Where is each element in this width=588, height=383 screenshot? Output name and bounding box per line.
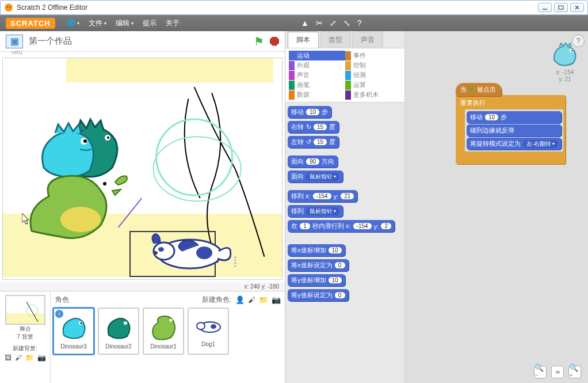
zoom-in-button[interactable]: 🔍⁺	[568, 366, 581, 378]
block-forever[interactable]: 重复执行 移动10步 碰到边缘就反弹 将旋转模式设定为左-右翻转	[456, 95, 566, 164]
menu-bar: SCRATCH 🌐▾ 文件▾ 编辑▾ 提示 关于 ▲ ✂ ⤢ ⤡ ?	[0, 15, 588, 31]
scissors-icon[interactable]: ✂	[316, 18, 323, 28]
tab-bar: 脚本 造型 声音	[285, 31, 404, 48]
sprite-thumb-dinosaur3[interactable]: i Dinosaur3	[53, 308, 94, 355]
zoom-out-button[interactable]: 🔍⁻	[534, 366, 547, 378]
block-change-y[interactable]: 将y坐标增加10	[288, 274, 345, 286]
sprite-list: i Dinosaur3 Dinosaur2 Dinosaur1 Do	[53, 308, 282, 355]
sprite-x-label: x: -154	[551, 69, 579, 76]
cat-pen[interactable]: 画笔	[289, 80, 345, 90]
block-set-x[interactable]: 将x坐标设定为0	[288, 259, 349, 271]
upload-sprite-icon[interactable]: 📁	[259, 295, 268, 304]
block-rotstyle-inscript[interactable]: 将旋转模式设定为左-右翻转	[467, 138, 562, 150]
menu-edit[interactable]: 编辑▾	[116, 18, 133, 28]
project-name[interactable]: 第一个作品	[29, 36, 248, 47]
svg-point-2	[9, 6, 10, 7]
backdrop-from-library-icon[interactable]: 🖼	[5, 354, 12, 362]
grow-icon[interactable]: ⤢	[330, 18, 337, 28]
block-change-x[interactable]: 将x坐标增加10	[288, 244, 345, 256]
block-turn-cw[interactable]: 右转↻15度	[288, 121, 339, 133]
sprites-label: 角色	[55, 295, 69, 305]
paint-sprite-icon[interactable]: 🖌	[248, 295, 255, 304]
block-move-steps-inscript[interactable]: 移动10步	[467, 111, 562, 123]
cat-data[interactable]: 数据	[289, 90, 345, 100]
scripts-area[interactable]: ? x: -154 y: 21 当⚑被点击 重复执行 移动10步 碰到边缘就反弹…	[405, 31, 588, 383]
cat-control[interactable]: 控制	[345, 60, 402, 70]
new-backdrop-label: 新建背景:	[13, 344, 37, 352]
cat-looks[interactable]: 外观	[289, 60, 345, 70]
new-sprite-label: 新建角色:	[202, 295, 231, 305]
svg-point-30	[211, 324, 216, 329]
cat-events[interactable]: 事件	[345, 51, 402, 60]
block-move-steps[interactable]: 移动10步	[288, 106, 331, 118]
scratch-cat-icon	[4, 3, 13, 12]
sprite-dog1-stage[interactable]	[144, 231, 236, 277]
block-goto[interactable]: 移到鼠标指针	[288, 205, 343, 217]
zoom-reset-button[interactable]: ＝	[551, 366, 564, 378]
stamp-icon[interactable]: ▲	[301, 18, 309, 28]
globe-icon[interactable]: 🌐▾	[67, 19, 79, 27]
svg-point-19	[158, 247, 164, 252]
tab-costumes[interactable]: 造型	[320, 32, 351, 48]
svg-point-14	[60, 207, 101, 232]
script-stack[interactable]: 当⚑被点击 重复执行 移动10步 碰到边缘就反弹 将旋转模式设定为左-右翻转	[456, 83, 566, 164]
stage-mini-coord: v401	[0, 50, 285, 55]
block-set-y[interactable]: 将y坐标设定为0	[288, 289, 349, 301]
camera-sprite-icon[interactable]: 📷	[272, 295, 281, 304]
sprite-from-library-icon[interactable]: 👤	[235, 295, 245, 304]
tab-sounds[interactable]: 声音	[352, 32, 383, 48]
sprite-thumb-dog1[interactable]: Dog1	[188, 308, 229, 355]
help-icon[interactable]: ?	[357, 18, 362, 28]
window-title: Scratch 2 Offline Editor	[17, 3, 538, 12]
sprite-info-icon[interactable]: i	[55, 310, 63, 318]
menu-file[interactable]: 文件▾	[89, 18, 106, 28]
camera-backdrop-icon[interactable]: 📷	[37, 354, 46, 362]
stage-thumbnail[interactable]	[5, 295, 45, 325]
maximize-button[interactable]	[554, 3, 568, 12]
svg-point-1	[7, 6, 8, 7]
block-when-flag-clicked[interactable]: 当⚑被点击	[456, 83, 502, 96]
tab-scripts[interactable]: 脚本	[288, 32, 319, 48]
menu-tips[interactable]: 提示	[143, 18, 156, 28]
shrink-icon[interactable]: ⤡	[343, 18, 350, 28]
green-flag-button[interactable]: ⚑	[254, 35, 264, 48]
sprite-y-label: y: 21	[551, 76, 579, 83]
upload-backdrop-icon[interactable]: 📁	[25, 354, 34, 362]
block-point-dir[interactable]: 面向90方向	[288, 156, 338, 168]
stage-header: ▣ 第一个作品 ⚑	[0, 31, 285, 52]
block-point-towards[interactable]: 面向鼠标指针	[288, 170, 343, 183]
svg-point-29	[197, 323, 205, 329]
close-button[interactable]	[570, 3, 584, 12]
block-glide[interactable]: 在1秒内滑行到 x:-154y:2	[288, 220, 395, 232]
menu-about[interactable]: 关于	[166, 18, 180, 28]
block-goto-xy[interactable]: 移到 x:-154y:21	[288, 190, 357, 202]
stage-mouse-coords: x: 240 y: -180	[0, 282, 285, 291]
cat-more[interactable]: 更多积木	[345, 90, 402, 100]
block-bounce-inscript[interactable]: 碰到边缘就反弹	[467, 124, 562, 136]
stop-button[interactable]	[270, 37, 279, 46]
stage-canvas[interactable]	[2, 58, 282, 280]
scratch-logo[interactable]: SCRATCH	[6, 18, 55, 29]
svg-rect-4	[559, 6, 563, 9]
cat-operators[interactable]: 运算	[345, 80, 402, 90]
svg-point-27	[170, 318, 173, 321]
minimize-button[interactable]	[538, 3, 552, 12]
sprite-mini-icon	[551, 43, 579, 67]
svg-point-20	[153, 251, 158, 255]
svg-point-11	[107, 136, 109, 139]
sprite-info-header: x: -154 y: 21	[551, 43, 579, 83]
block-turn-ccw[interactable]: 左转↺15度	[288, 136, 339, 148]
paint-backdrop-icon[interactable]: 🖌	[15, 354, 22, 362]
sprite-dinosaur1-stage[interactable]	[26, 168, 135, 254]
tool-icons: ▲ ✂ ⤢ ⤡ ?	[301, 18, 362, 28]
cat-sensing[interactable]: 侦测	[345, 70, 402, 80]
cat-sound[interactable]: 声音	[289, 70, 345, 80]
svg-point-16	[103, 182, 106, 185]
sprite-thumb-dinosaur2[interactable]: Dinosaur2	[98, 308, 139, 355]
stage-selector[interactable]: 舞台 7 背景 新建背景: 🖼 🖌 📁 📷	[0, 291, 51, 383]
svg-point-26	[124, 321, 127, 325]
sprite-thumb-dinosaur1[interactable]: Dinosaur1	[143, 308, 184, 355]
fullscreen-button[interactable]: ▣	[6, 35, 23, 48]
cat-motion[interactable]: 运动	[289, 51, 345, 60]
svg-point-21	[196, 247, 212, 259]
